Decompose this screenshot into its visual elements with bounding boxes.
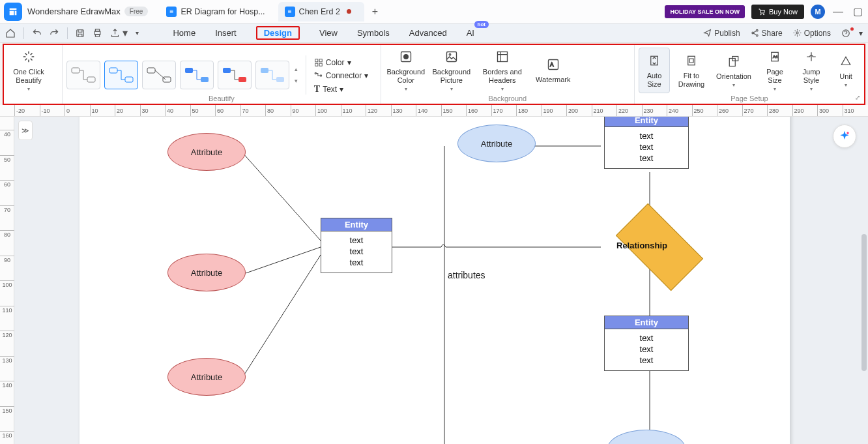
attribute-shape[interactable]: [607, 430, 686, 444]
svg-rect-20: [239, 77, 246, 82]
auto-size-button[interactable]: Auto Size: [639, 48, 670, 93]
entity-shape[interactable]: Entity texttexttext: [604, 117, 689, 169]
orientation-button[interactable]: Orientation▾: [713, 48, 755, 93]
tab-label: ER Diagram for Hosp...: [181, 7, 265, 16]
group-background-label: Background: [381, 95, 634, 102]
menu-insert[interactable]: Insert: [215, 26, 237, 40]
doc-icon: ≡: [166, 7, 177, 17]
svg-rect-16: [163, 77, 171, 82]
print-icon[interactable]: [93, 28, 102, 38]
attribute-shape[interactable]: Attribute: [167, 358, 246, 396]
menu-advanced[interactable]: Advanced: [409, 26, 447, 40]
page-setup-launcher-icon[interactable]: ⤢: [855, 94, 860, 101]
borders-headers-button[interactable]: Borders and Headers▾: [476, 48, 528, 93]
minimize-button[interactable]: —: [832, 5, 845, 18]
floating-text[interactable]: attributes: [448, 270, 485, 280]
unit-button[interactable]: Unit▾: [832, 48, 860, 93]
attribute-shape[interactable]: Attribute: [167, 254, 246, 291]
menu-view[interactable]: View: [319, 26, 338, 40]
text-dropdown[interactable]: TText ▾: [314, 84, 368, 95]
redo-icon[interactable]: [50, 28, 59, 38]
dirty-indicator: [347, 9, 351, 14]
buy-now-button[interactable]: Buy Now: [751, 5, 804, 19]
theme-preset-5[interactable]: [218, 61, 252, 89]
vertical-scrollbar[interactable]: [861, 234, 867, 371]
free-badge: Free: [124, 7, 149, 16]
svg-line-42: [242, 153, 321, 241]
publish-button[interactable]: Publish: [703, 29, 740, 38]
svg-rect-4: [95, 29, 99, 31]
holiday-sale-button[interactable]: HOLIDAY SALE ON NOW: [665, 5, 745, 18]
home-icon[interactable]: [5, 28, 16, 38]
svg-rect-25: [315, 63, 318, 66]
svg-rect-14: [125, 77, 133, 82]
svg-rect-17: [185, 68, 193, 73]
watermark-button[interactable]: A Watermark: [532, 48, 574, 93]
relationship-label: Relationship: [616, 241, 667, 250]
app-logo: [4, 3, 22, 21]
theme-preset-1[interactable]: [66, 61, 100, 89]
menu-symbols[interactable]: Symbols: [357, 26, 390, 40]
theme-preset-3[interactable]: [142, 61, 176, 89]
svg-line-43: [246, 247, 321, 273]
connector-dropdown[interactable]: Connector ▾: [314, 71, 368, 80]
page-size-button[interactable]: A4 Page Size▾: [759, 48, 791, 93]
theme-scroll-up[interactable]: ▴: [295, 66, 298, 72]
qat-more[interactable]: ▾: [136, 29, 139, 37]
tab-label: Chen Erd 2: [299, 7, 340, 16]
group-beautify-label: Beautify: [63, 95, 381, 102]
svg-rect-23: [315, 59, 318, 62]
theme-preset-4[interactable]: [180, 61, 214, 89]
svg-line-44: [242, 255, 321, 377]
ai-assistant-button[interactable]: [833, 125, 856, 148]
theme-preset-2[interactable]: [104, 61, 138, 89]
svg-rect-21: [261, 68, 268, 73]
sidebar-toggle[interactable]: ≫: [18, 121, 33, 140]
background-picture-button[interactable]: Background Picture▾: [431, 48, 472, 93]
hot-badge: hot: [474, 21, 489, 28]
svg-rect-22: [276, 77, 284, 82]
attribute-shape[interactable]: Attribute: [457, 125, 536, 162]
svg-rect-13: [109, 68, 117, 73]
svg-rect-15: [147, 68, 155, 73]
menu-design[interactable]: Design: [256, 26, 300, 40]
share-button[interactable]: Share: [751, 29, 783, 38]
entity-shape[interactable]: Entity texttexttext: [321, 218, 392, 273]
attribute-shape[interactable]: Attribute: [167, 133, 246, 171]
export-icon[interactable]: ▾: [110, 27, 128, 39]
svg-point-0: [760, 14, 762, 15]
theme-preset-6[interactable]: [255, 61, 289, 89]
user-avatar[interactable]: M: [811, 5, 825, 19]
undo-icon[interactable]: [32, 28, 42, 38]
fit-to-drawing-button[interactable]: Fit to Drawing: [674, 48, 709, 93]
svg-rect-31: [446, 52, 456, 62]
jump-style-button[interactable]: Jump Style▾: [795, 48, 828, 93]
svg-rect-12: [87, 77, 95, 82]
ruler-vertical: 405060708090100110120130140150160: [0, 117, 14, 444]
doc-icon: ≡: [285, 7, 295, 17]
one-click-beautify-button[interactable]: One Click Beautify ▾: [8, 48, 50, 93]
theme-scroll-down[interactable]: ▾: [295, 78, 298, 84]
menu-home[interactable]: Home: [173, 26, 195, 40]
tab-er-diagram[interactable]: ≡ ER Diagram for Hosp...: [160, 2, 278, 22]
svg-rect-26: [319, 63, 322, 66]
options-button[interactable]: Options: [793, 29, 831, 38]
menu-ai[interactable]: AI hot: [467, 26, 474, 40]
help-button[interactable]: ▾: [841, 29, 863, 38]
svg-text:A4: A4: [773, 55, 778, 59]
new-tab-button[interactable]: +: [364, 6, 386, 18]
svg-text:A: A: [550, 62, 554, 68]
svg-rect-33: [497, 52, 507, 62]
color-dropdown[interactable]: Color ▾: [314, 58, 368, 67]
entity-shape[interactable]: Entity texttexttext: [604, 316, 689, 371]
svg-point-27: [315, 72, 316, 74]
tab-chen-erd[interactable]: ≡ Chen Erd 2: [278, 2, 364, 22]
workspace: 405060708090100110120130140150160 ≫: [0, 117, 868, 444]
app-title: Wondershare EdrawMax: [27, 7, 121, 16]
canvas[interactable]: Attribute Attribute Attribute Attribute …: [14, 117, 868, 444]
background-color-button[interactable]: Background Color▾: [385, 48, 427, 93]
maximize-button[interactable]: ▢: [851, 5, 864, 18]
save-icon[interactable]: [76, 29, 85, 38]
svg-point-9: [796, 32, 798, 34]
drawing-page[interactable]: Attribute Attribute Attribute Attribute …: [80, 117, 790, 444]
